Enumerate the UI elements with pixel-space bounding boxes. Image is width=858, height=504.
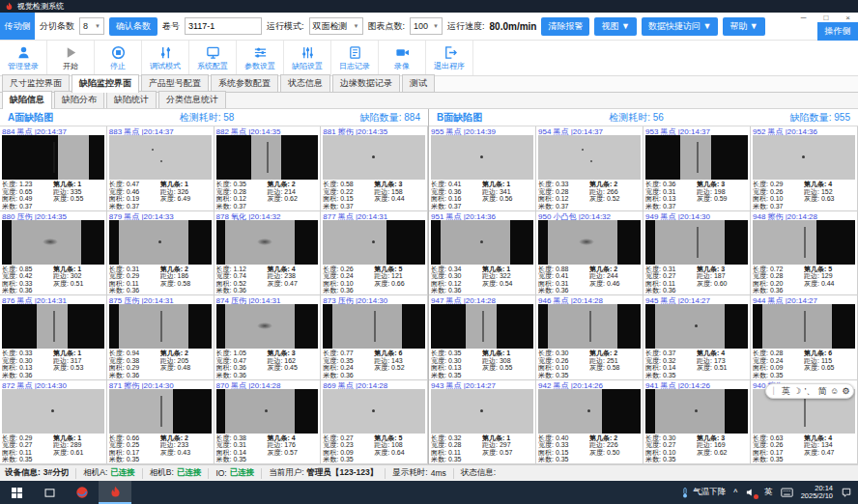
action-defect-button[interactable]: 缺陷设置 xyxy=(284,41,331,75)
defect-thumbnail-952[interactable]: 952 黑点 |20:14:36长度: 0.29宽度: 0.26面积: 0.10… xyxy=(751,126,858,211)
ime-language-indicator[interactable]: 英 xyxy=(764,487,773,498)
defect-thumbnail-870[interactable]: 870 黑点 |20:14:28长度: 0.38宽度: 0.31面积: 0.14… xyxy=(214,380,322,465)
defect-thumbnail-872[interactable]: 872 黑点 |20:14:30长度: 0.29宽度: 0.27面积: 0.11… xyxy=(0,380,107,465)
ime-simplified-toggle[interactable]: 简 xyxy=(818,387,827,396)
tab-0[interactable]: 尺寸监控界面 xyxy=(2,74,70,92)
action-center-icon[interactable] xyxy=(841,487,852,498)
run-mode-label: 运行模式: xyxy=(267,20,304,33)
chart-points-select[interactable]: 100▼ xyxy=(410,17,443,35)
defect-mark xyxy=(697,142,699,173)
action-user-button[interactable]: 管理登录 xyxy=(0,41,47,75)
defect-thumbnail-950[interactable]: 950 小凸包 |20:14:32长度: 0.88宽度: 0.41面积: 0.3… xyxy=(536,211,644,296)
confirm-count-button[interactable]: 确认条数 xyxy=(109,17,157,36)
action-exit-button[interactable]: 退出程序 xyxy=(426,41,473,75)
defect-thumbnail-955[interactable]: 955 黑点 |20:14:39长度: 0.41宽度: 0.36面积: 0.16… xyxy=(429,126,536,211)
defect-cell-header: 942 黑点 |20:14:26 xyxy=(538,381,641,389)
defect-thumbnail-875[interactable]: 875 压伤 |20:14:31长度: 0.94宽度: 0.38面积: 0.29… xyxy=(107,295,214,380)
tab-4[interactable]: 状态信息 xyxy=(280,74,330,92)
operator-side-button[interactable]: 操作侧 xyxy=(817,22,858,41)
defect-cell-header: 879 黑点 |20:14:33 xyxy=(109,212,212,220)
stop-icon xyxy=(111,45,126,60)
subtab-1[interactable]: 缺陷分布 xyxy=(54,91,104,108)
action-stop-button[interactable]: 停止 xyxy=(95,41,142,75)
defect-thumbnail-876[interactable]: 876 黑点 |20:14:31长度: 0.33宽度: 0.30面积: 0.13… xyxy=(0,295,107,380)
defect-thumbnail-871[interactable]: 871 擦伤 |20:14:30长度: 0.66宽度: 0.25面积: 0.17… xyxy=(107,380,214,465)
roll-number-input[interactable] xyxy=(185,17,262,35)
defect-thumbnail-877[interactable]: 877 黑点 |20:14:31长度: 0.26宽度: 0.24面积: 0.10… xyxy=(321,211,428,296)
taskbar-tray: 气温下降 ^ 英 20:142025/2/10 xyxy=(680,481,858,504)
defect-thumbnail-954[interactable]: 954 黑点 |20:14:37长度: 0.33宽度: 0.28面积: 0.12… xyxy=(536,126,644,211)
defect-cell-header: 876 黑点 |20:14:31 xyxy=(2,296,104,304)
defect-thumbnail-874[interactable]: 874 压伤 |20:14:31长度: 1.05宽度: 0.47面积: 0.36… xyxy=(214,295,322,380)
view-menu-button[interactable]: 视图 ▼ xyxy=(594,17,636,36)
task-view-button[interactable] xyxy=(33,481,66,504)
subtab-2[interactable]: 缺陷统计 xyxy=(106,91,157,108)
defect-thumbnail-951[interactable]: 951 黑点 |20:14:36长度: 0.34宽度: 0.30面积: 0.12… xyxy=(429,211,536,296)
tab-2[interactable]: 产品型号配置 xyxy=(141,74,209,92)
taskbar-clock[interactable]: 20:142025/2/10 xyxy=(801,485,833,501)
defect-mark xyxy=(587,409,590,412)
chevron-down-icon: ▼ xyxy=(95,23,100,29)
subtab-0[interactable]: 缺陷信息 xyxy=(2,91,52,109)
maximize-button[interactable]: □ xyxy=(823,14,828,22)
tray-expand-chevron[interactable]: ^ xyxy=(733,488,737,497)
subtab-3[interactable]: 分类信息统计 xyxy=(158,91,226,108)
defect-thumbnail-948[interactable]: 948 擦伤 |20:14:28长度: 0.72宽度: 0.28面积: 0.20… xyxy=(751,211,858,296)
minimize-button[interactable]: ─ xyxy=(801,14,807,22)
defect-thumbnail-942[interactable]: 942 黑点 |20:14:26长度: 0.40宽度: 0.33面积: 0.15… xyxy=(536,380,644,465)
defect-thumbnail-949[interactable]: 949 黑点 |20:14:30长度: 0.31宽度: 0.27面积: 0.11… xyxy=(644,211,751,296)
slit-count-select[interactable]: 8▼ xyxy=(79,17,104,35)
action-monitor-button[interactable]: 系统配置 xyxy=(189,41,237,75)
weather-widget[interactable]: 气温下降 xyxy=(680,487,726,499)
data-quick-access-menu-button[interactable]: 数据快捷访问 ▼ xyxy=(642,17,718,36)
tab-1[interactable]: 缺陷监控界面 xyxy=(72,74,139,93)
close-button[interactable]: × xyxy=(845,14,850,22)
defect-info: 长度: 0.31宽度: 0.27面积: 0.11米数: 0.36第几条: 3距边… xyxy=(645,265,748,294)
defect-thumbnail-880[interactable]: 880 压伤 |20:14:35长度: 0.85宽度: 0.42面积: 0.33… xyxy=(0,211,107,296)
run-mode-select[interactable]: 双面检测▼ xyxy=(309,17,363,35)
defect-thumbnail-941[interactable]: 941 黑点 |20:14:26长度: 0.30宽度: 0.27面积: 0.10… xyxy=(644,380,751,465)
action-params-button[interactable]: 参数设置 xyxy=(237,41,284,75)
drive-side-button[interactable]: 传动侧 xyxy=(0,13,35,40)
defect-mark xyxy=(480,240,483,243)
defect-thumbnail-869[interactable]: 869 黑点 |20:14:28长度: 0.27宽度: 0.23面积: 0.09… xyxy=(321,380,428,465)
defect-mark xyxy=(372,155,375,158)
ime-emoji-icon[interactable]: ☺ xyxy=(830,387,839,396)
pinned-app-button[interactable] xyxy=(66,481,99,504)
defect-thumbnail-878[interactable]: 878 氧化 |20:14:32长度: 1.12宽度: 0.74面积: 0.52… xyxy=(214,211,322,296)
clear-alarm-button[interactable]: 清除报警 xyxy=(541,17,589,36)
ime-lang-toggle[interactable]: 英 xyxy=(782,387,790,396)
ime-fullhalf-moon-icon[interactable]: ☽ xyxy=(793,387,801,396)
action-play-button[interactable]: 开始 xyxy=(47,41,95,75)
defect-thumbnail-882[interactable]: 882 黑点 |20:14:35长度: 0.35宽度: 0.28面积: 0.12… xyxy=(214,126,322,211)
defect-thumbnail-947[interactable]: 947 黑点 |20:14:28长度: 0.35宽度: 0.30面积: 0.13… xyxy=(429,295,536,380)
tab-5[interactable]: 边缘数据记录 xyxy=(332,74,400,92)
defect-cell-header: 947 黑点 |20:14:28 xyxy=(431,296,533,304)
window-title: 视觉检测系统 xyxy=(17,1,64,12)
ime-drag-handle[interactable]: 丨 xyxy=(769,387,778,396)
volume-button[interactable] xyxy=(745,487,757,498)
tab-3[interactable]: 系统参数配置 xyxy=(211,74,278,92)
tab-6[interactable]: 测试 xyxy=(402,74,435,92)
defect-thumbnail-946[interactable]: 946 黑点 |20:14:28长度: 0.30宽度: 0.26面积: 0.10… xyxy=(536,295,644,380)
touch-keyboard-icon[interactable] xyxy=(781,488,793,498)
ime-settings-gear-icon[interactable]: ⚙ xyxy=(843,387,850,396)
defect-thumbnail-879[interactable]: 879 黑点 |20:14:33长度: 0.31宽度: 0.29面积: 0.11… xyxy=(107,211,214,296)
action-camera-button[interactable]: 录像 xyxy=(379,41,426,75)
action-debug-button[interactable]: 调试模式 xyxy=(142,41,189,75)
defect-thumbnail-944[interactable]: 944 黑点 |20:14:27长度: 0.28宽度: 0.24面积: 0.09… xyxy=(751,295,858,380)
defect-thumbnail-884[interactable]: 884 黑点 |20:14:37长度: 1.23宽度: 0.65面积: 0.49… xyxy=(0,126,107,211)
defect-mark xyxy=(257,322,272,329)
defect-thumbnail-883[interactable]: 883 黑点 |20:14:37长度: 0.47宽度: 0.46面积: 0.19… xyxy=(107,126,214,211)
defect-thumbnail-945[interactable]: 945 黑点 |20:14:27长度: 0.37宽度: 0.32面积: 0.14… xyxy=(644,295,751,380)
defect-image xyxy=(645,304,748,349)
start-button[interactable] xyxy=(0,481,33,504)
defect-thumbnail-881[interactable]: 881 擦伤 |20:14:35长度: 0.58宽度: 0.22面积: 0.15… xyxy=(321,126,428,211)
action-log-button[interactable]: 日志记录 xyxy=(331,41,379,75)
defect-thumbnail-873[interactable]: 873 压伤 |20:14:30长度: 0.77宽度: 0.35面积: 0.24… xyxy=(321,295,428,380)
active-app-button[interactable] xyxy=(99,481,131,504)
defect-thumbnail-953[interactable]: 953 黑点 |20:14:37长度: 0.36宽度: 0.31面积: 0.13… xyxy=(644,126,751,211)
defect-thumbnail-943[interactable]: 943 黑点 |20:14:27长度: 0.32宽度: 0.28面积: 0.11… xyxy=(429,380,536,465)
help-menu-button[interactable]: 帮助 ▼ xyxy=(723,17,764,36)
ime-punctuation-toggle[interactable]: ’、 xyxy=(804,387,815,396)
